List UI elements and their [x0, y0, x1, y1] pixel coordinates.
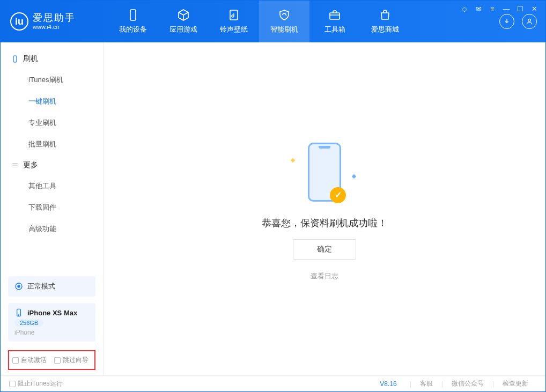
phone-small-icon — [11, 55, 19, 63]
section-label: 刷机 — [23, 54, 38, 64]
status-bar: 阻止iTunes运行 V8.16 | 客服 | 微信公众号 | 检查更新 — [1, 375, 545, 391]
tab-my-device[interactable]: 我的设备 — [108, 1, 158, 42]
sidebar-item-other-tools[interactable]: 其他工具 — [1, 175, 103, 197]
sidebar: 刷机 iTunes刷机 一键刷机 专业刷机 批量刷机 更多 其他工具 下载固件 … — [1, 42, 104, 375]
nav-tabs: 我的设备 应用游戏 铃声壁纸 智能刷机 工具箱 爱思商城 — [108, 1, 410, 42]
sparkle-icon — [352, 174, 356, 178]
maximize-button[interactable]: ☐ — [516, 4, 525, 13]
brand-logo-icon: iu — [10, 12, 28, 31]
mode-label: 正常模式 — [27, 282, 55, 291]
close-button[interactable]: ✕ — [530, 4, 538, 13]
shirt-icon[interactable]: ◇ — [460, 4, 469, 13]
sidebar-item-batch-flash[interactable]: 批量刷机 — [1, 134, 103, 155]
sidebar-item-pro-flash[interactable]: 专业刷机 — [1, 112, 103, 134]
toolbox-icon — [328, 9, 341, 21]
checkbox-icon — [12, 357, 19, 364]
footer-link-wechat[interactable]: 微信公众号 — [452, 379, 484, 388]
window-controls: ◇ ✉ ≡ — ☐ ✕ — [460, 4, 538, 13]
sparkle-icon — [291, 158, 295, 162]
device-name: iPhone XS Max — [27, 309, 77, 317]
ok-button[interactable]: 确定 — [293, 239, 356, 260]
menu-icon[interactable]: ≡ — [488, 4, 497, 13]
music-file-icon — [227, 9, 240, 21]
sidebar-section-flash: 刷机 — [1, 49, 103, 69]
mode-card[interactable]: 正常模式 — [8, 276, 95, 297]
tab-toolbox[interactable]: 工具箱 — [309, 1, 360, 42]
feedback-icon[interactable]: ✉ — [474, 4, 483, 13]
header-right: ◇ ✉ ≡ — ☐ ✕ — [499, 14, 545, 29]
footer-link-support[interactable]: 客服 — [420, 379, 433, 388]
minimize-button[interactable]: — — [502, 4, 511, 13]
section-label: 更多 — [23, 160, 38, 170]
tab-label: 我的设备 — [119, 25, 147, 34]
checkbox-icon — [54, 357, 61, 364]
tab-smart-flash[interactable]: 智能刷机 — [259, 1, 309, 42]
sidebar-item-advanced[interactable]: 高级功能 — [1, 218, 103, 240]
brand-subtitle: www.i4.cn — [33, 24, 76, 30]
checkbox-skip-guide[interactable]: 跳过向导 — [54, 356, 88, 365]
options-highlight-box: 自动激活 跳过向导 — [8, 350, 95, 370]
download-button[interactable] — [499, 14, 514, 29]
sidebar-item-itunes-flash[interactable]: iTunes刷机 — [1, 69, 103, 91]
svg-point-8 — [18, 315, 19, 315]
brand-title: 爱思助手 — [33, 13, 76, 24]
brand-block: iu 爱思助手 www.i4.cn — [1, 12, 108, 31]
tab-label: 爱思商城 — [371, 25, 399, 34]
success-text: 恭喜您，保资料刷机成功啦！ — [262, 217, 387, 230]
device-type: iPhone — [14, 329, 34, 336]
download-icon — [503, 18, 511, 25]
sidebar-item-firmware[interactable]: 下载固件 — [1, 197, 103, 218]
mode-icon — [14, 282, 23, 291]
checkbox-auto-activate[interactable]: 自动激活 — [12, 356, 47, 365]
phone-outline-icon: ✓ — [308, 143, 341, 202]
view-log-link[interactable]: 查看日志 — [311, 271, 338, 281]
success-illustration: ✓ — [282, 137, 367, 207]
svg-rect-0 — [130, 10, 136, 20]
checkbox-label: 自动激活 — [21, 356, 47, 365]
check-badge-icon: ✓ — [330, 187, 346, 203]
tab-label: 智能刷机 — [270, 25, 298, 34]
version-label: V8.16 — [380, 380, 396, 388]
refresh-shield-icon — [278, 9, 291, 21]
footer-link-update[interactable]: 检查更新 — [503, 379, 528, 388]
device-storage-badge: 256GB — [14, 319, 43, 327]
device-icon — [14, 308, 23, 317]
main-content: ✓ 恭喜您，保资料刷机成功啦！ 确定 查看日志 — [104, 42, 545, 375]
cube-icon — [177, 9, 190, 21]
app-header: iu 爱思助手 www.i4.cn 我的设备 应用游戏 铃声壁纸 智能刷机 工具… — [1, 1, 545, 42]
tab-label: 工具箱 — [324, 25, 345, 34]
sidebar-item-oneclick-flash[interactable]: 一键刷机 — [1, 91, 103, 112]
checkbox-label: 跳过向导 — [63, 356, 88, 365]
tab-ringtone[interactable]: 铃声壁纸 — [209, 1, 259, 42]
tab-label: 铃声壁纸 — [220, 25, 248, 34]
checkbox-icon — [9, 381, 16, 387]
tab-store[interactable]: 爱思商城 — [360, 1, 410, 42]
svg-point-6 — [18, 285, 20, 287]
sidebar-section-more: 更多 — [1, 155, 103, 175]
svg-point-3 — [528, 19, 531, 21]
tab-app-game[interactable]: 应用游戏 — [158, 1, 209, 42]
user-icon — [526, 18, 533, 25]
device-card[interactable]: iPhone XS Max 256GB iPhone — [8, 303, 95, 342]
phone-icon — [127, 9, 139, 21]
tab-label: 应用游戏 — [169, 25, 197, 34]
bag-icon — [379, 9, 392, 21]
checkbox-label: 阻止iTunes运行 — [18, 379, 63, 388]
svg-rect-2 — [330, 13, 340, 19]
svg-rect-4 — [13, 56, 17, 62]
checkbox-block-itunes[interactable]: 阻止iTunes运行 — [9, 379, 63, 388]
account-button[interactable] — [522, 14, 537, 29]
list-icon — [11, 161, 19, 169]
